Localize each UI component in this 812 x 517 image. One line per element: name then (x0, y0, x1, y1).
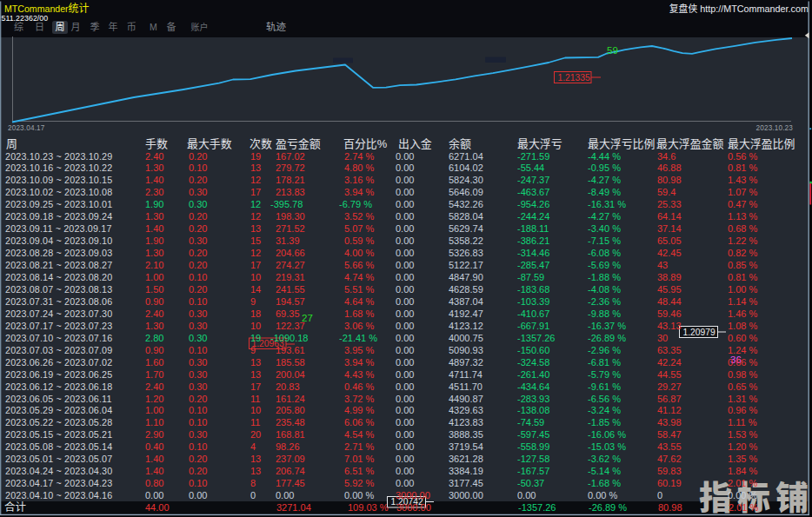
svg-text:1.21335: 1.21335 (558, 73, 590, 83)
svg-text:2023.04.17: 2023.04.17 (8, 124, 45, 132)
svg-text:59: 59 (607, 45, 618, 56)
svg-text:2023.10.23: 2023.10.23 (756, 124, 794, 132)
